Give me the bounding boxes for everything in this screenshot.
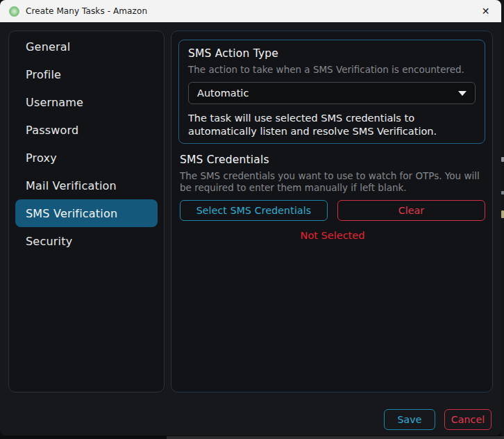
sms-credentials-title: SMS Credentials [180,154,485,166]
close-button[interactable]: ✕ [470,0,501,22]
sms-credentials-description: The SMS credentials you want to use to w… [180,170,485,194]
sms-action-type-note: The task will use selected SMS credentia… [188,112,476,138]
backdrop-bottom-edge [167,436,504,439]
sms-action-type-section: SMS Action Type The action to take when … [178,40,485,144]
main-panel: SMS Action Type The action to take when … [171,31,493,392]
window-title: Create Many Tasks - Amazon [26,6,147,16]
sidebar-item-general[interactable]: General [15,33,158,60]
credentials-status-badge: Not Selected [180,230,485,241]
sidebar-item-proxy[interactable]: Proxy [15,144,158,172]
sms-action-type-dropdown[interactable]: Automatic [188,82,476,104]
sidebar-item-profile[interactable]: Profile [15,60,158,88]
screen: Create Many Tasks - Amazon ✕ General Pro… [0,0,504,439]
sms-action-type-description: The action to take when a SMS Verificati… [188,64,476,76]
backdrop-scrollbar-mark [501,210,504,218]
dialog-body: General Profile Username Password Proxy … [0,22,501,436]
chevron-down-icon [458,91,467,96]
backdrop-scrollbar-mark [501,157,504,162]
app-logo-icon [9,6,19,17]
save-button[interactable]: Save [384,409,435,430]
sidebar-item-sms-verification[interactable]: SMS Verification [15,199,158,227]
close-icon: ✕ [482,6,490,17]
backdrop-scrollbar-mark [501,191,504,194]
select-sms-credentials-button[interactable]: Select SMS Credentials [180,200,328,221]
dropdown-selected-value: Automatic [197,88,458,99]
sidebar: General Profile Username Password Proxy … [8,31,165,392]
sms-credentials-buttons: Select SMS Credentials Clear [180,200,485,221]
cancel-button[interactable]: Cancel [444,409,492,430]
sms-credentials-section: SMS Credentials The SMS credentials you … [180,154,485,241]
sidebar-item-security[interactable]: Security [15,227,158,255]
titlebar: Create Many Tasks - Amazon ✕ [0,0,501,22]
clear-button[interactable]: Clear [337,200,485,221]
sidebar-item-password[interactable]: Password [15,116,158,144]
backdrop-right-edge [501,0,504,439]
dialog-window: Create Many Tasks - Amazon ✕ General Pro… [0,0,501,436]
sidebar-item-username[interactable]: Username [15,88,158,116]
sidebar-item-mail-verification[interactable]: Mail Verification [15,172,158,199]
sms-action-type-title: SMS Action Type [188,47,476,60]
